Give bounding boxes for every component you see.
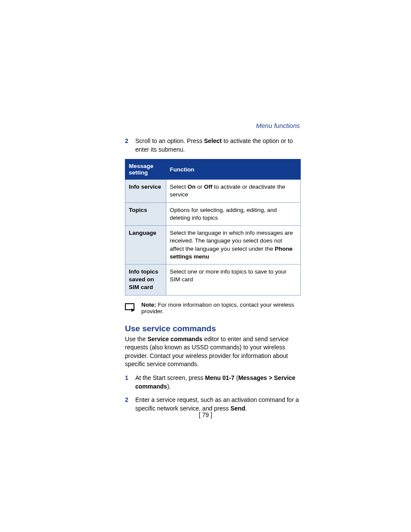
svg-rect-0 <box>125 304 134 310</box>
cell-setting: Info topics saved on SIM card <box>125 264 166 295</box>
step-text: Enter a service request, such as an acti… <box>135 396 301 413</box>
table-row: Info topics saved on SIM card Select one… <box>125 264 301 295</box>
bold-menu: Menu 01-7 <box>205 374 234 381</box>
text: ( <box>234 374 238 381</box>
text: or <box>196 184 204 190</box>
text: Enter a service request, such as an acti… <box>135 396 299 412</box>
text: Select <box>170 184 187 190</box>
cell-function: Select On or Off to activate or deactiva… <box>166 180 301 202</box>
step-item: 2 Scroll to an option. Press Select to a… <box>125 137 301 154</box>
note-label: Note: <box>141 302 156 308</box>
text: For more information on topics, contact … <box>141 302 294 314</box>
text: . <box>245 405 247 412</box>
text: ). <box>167 383 171 390</box>
page-number: [ 79 ] <box>0 411 411 418</box>
table-row: Info service Select On or Off to activat… <box>125 180 301 202</box>
cell-function: Select the language in which info messag… <box>166 226 301 264</box>
text: Use the <box>125 336 147 342</box>
cell-setting: Info service <box>125 180 166 202</box>
note-icon <box>125 303 136 313</box>
th-function: Function <box>166 159 301 180</box>
step-number: 1 <box>125 374 129 391</box>
section-heading: Use service commands <box>125 324 301 333</box>
cell-setting: Language <box>125 226 166 264</box>
text: Scroll to an option. Press <box>135 137 204 144</box>
step-item: 2 Enter a service request, such as an ac… <box>125 396 301 413</box>
table-row: Language Select the language in which in… <box>125 226 301 264</box>
bold-on: On <box>187 184 196 190</box>
step-item: 1 At the Start screen, press Menu 01-7 (… <box>125 374 301 391</box>
table-row: Topics Options for selecting, adding, ed… <box>125 202 301 225</box>
page-header-right: Menu functions <box>125 122 301 129</box>
step-text: Scroll to an option. Press Select to act… <box>135 137 301 154</box>
th-message-setting: Message setting <box>125 159 166 180</box>
bold-service-commands: Service commands <box>147 336 202 342</box>
step-number: 2 <box>125 396 129 413</box>
text: At the Start screen, press <box>135 374 205 381</box>
section-paragraph: Use the Service commands editor to enter… <box>125 335 301 369</box>
cell-function: Select one or more info topics to save t… <box>166 264 301 295</box>
step-number: 2 <box>125 137 129 154</box>
message-settings-table: Message setting Function Info service Se… <box>125 159 301 295</box>
cell-setting: Topics <box>125 202 166 225</box>
cell-function: Options for selecting, adding, editing, … <box>166 202 301 225</box>
bold-select: Select <box>204 137 222 144</box>
note-row: Note: For more information on topics, co… <box>125 302 301 314</box>
step-text: At the Start screen, press Menu 01-7 (Me… <box>135 374 301 391</box>
page-content: Menu functions 2 Scroll to an option. Pr… <box>125 122 301 418</box>
bold-off: Off <box>204 184 213 190</box>
bold-send: Send <box>230 405 245 412</box>
table-header-row: Message setting Function <box>125 159 301 180</box>
note-text: Note: For more information on topics, co… <box>141 302 301 314</box>
